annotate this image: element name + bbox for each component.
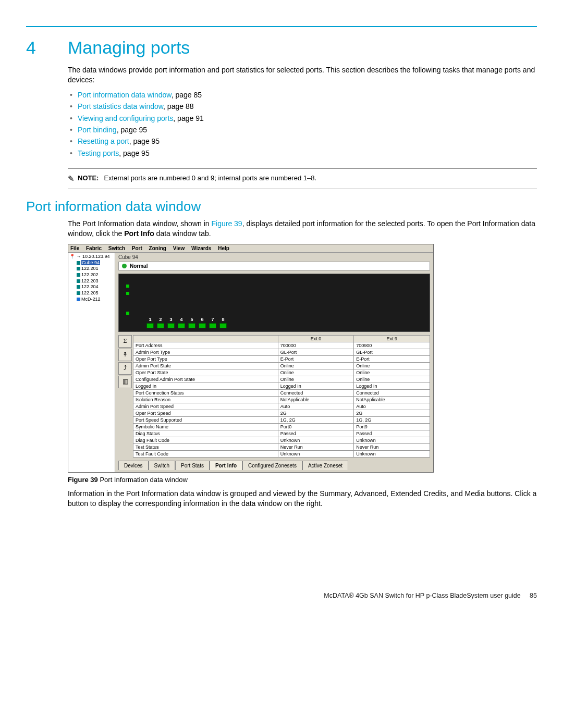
table-cell: Isolation Reason: [133, 396, 278, 403]
menu-view[interactable]: View: [173, 245, 185, 251]
led-icon: [157, 323, 164, 328]
top-rule: [26, 26, 537, 27]
toc-link[interactable]: Port binding: [78, 126, 117, 134]
menu-fabric[interactable]: Fabric: [86, 245, 102, 251]
tree-item[interactable]: Cube 94: [69, 260, 114, 266]
tab-port-stats[interactable]: Port Stats: [175, 461, 210, 470]
tree-item[interactable]: 122.202: [69, 272, 114, 278]
status-dot-icon: [122, 264, 127, 268]
after-figure-text: Information in the Port Information data…: [68, 489, 537, 509]
figure-text: Port Information data window: [98, 476, 188, 484]
toc-suffix: , page 88: [163, 102, 193, 110]
table-row: Isolation ReasonNotApplicableNotApplicab…: [133, 396, 430, 403]
led-icon: [126, 312, 129, 315]
toc-suffix: , page 95: [119, 149, 149, 157]
figure-label: Figure 39: [68, 476, 98, 484]
table-row: Test StatusNever RunNever Run: [133, 443, 430, 450]
note-icon: ✎: [68, 174, 75, 183]
led-icon: [167, 323, 175, 328]
toc-list: Port information data window, page 85 Po…: [68, 89, 537, 159]
table-cell: Port0: [278, 423, 354, 430]
note-rule-bottom: [68, 189, 537, 189]
menu-zoning[interactable]: Zoning: [149, 245, 166, 251]
data-window-tabs: Devices Switch Port Stats Port Info Conf…: [118, 461, 430, 470]
table-row: Diag Fault CodeUnknownUnknown: [133, 437, 430, 443]
tree-item[interactable]: 122.204: [69, 284, 114, 290]
table-cell: Oper Port State: [133, 369, 278, 376]
tab-switch[interactable]: Switch: [149, 461, 175, 470]
led-icon: [209, 323, 216, 328]
toc-suffix: , page 91: [173, 114, 203, 122]
table-cell: Diag Fault Code: [133, 437, 278, 443]
table-row: Admin Port StateOnlineOnline: [133, 362, 430, 369]
table-cell: Online: [278, 362, 354, 369]
table-cell: Port Connection Status: [133, 389, 278, 396]
tree-item[interactable]: 122.203: [69, 278, 114, 285]
status-bar: Normal: [118, 262, 430, 270]
table-row: Configured Admin Port StateOnlineOnline: [133, 376, 430, 382]
led-icon: [199, 323, 206, 328]
table-cell: GL-Port: [354, 349, 430, 355]
toc-item: Port information data window, page 85: [68, 89, 537, 101]
note-row: ✎ NOTE: External ports are numbered 0 an…: [68, 174, 537, 183]
table-cell: Symbolic Name: [133, 423, 278, 430]
tab-configured-zonesets[interactable]: Configured Zonesets: [242, 461, 302, 470]
figure-link[interactable]: Figure 39: [211, 219, 242, 228]
table-cell: Logged In: [278, 382, 354, 389]
tree-item[interactable]: 122.205: [69, 290, 114, 297]
table-cell: 2G: [354, 410, 430, 416]
table-cell: Test Fault Code: [133, 450, 278, 457]
led-icon: [126, 285, 129, 288]
summary-button[interactable]: Σ: [118, 335, 132, 348]
table-cell: 1G, 2G: [354, 416, 430, 423]
extended-credits-button[interactable]: ⤴: [118, 362, 132, 375]
toc-item: Testing ports, page 95: [68, 147, 537, 159]
table-cell: 2G: [278, 410, 354, 416]
tree-root[interactable]: 📍 → 10.20.123.94: [69, 254, 114, 260]
tree-item[interactable]: 122.201: [69, 266, 114, 272]
figure-caption: Figure 39 Port Information data window: [68, 476, 537, 484]
menu-help[interactable]: Help: [218, 245, 229, 251]
table-cell: Oper Port Speed: [133, 410, 278, 416]
device-tree: 📍 → 10.20.123.94 Cube 94 122.201 122.202…: [68, 253, 115, 472]
menu-file[interactable]: File: [70, 245, 79, 251]
menu-port[interactable]: Port: [132, 245, 142, 251]
table-cell: Never Run: [278, 443, 354, 450]
toc-link[interactable]: Resetting a port: [78, 137, 129, 145]
table-cell: Test Status: [133, 443, 278, 450]
tab-devices[interactable]: Devices: [118, 461, 149, 470]
col-ext0: Ext:0: [278, 335, 354, 342]
tab-port-info[interactable]: Port Info: [210, 461, 242, 470]
chapter-heading: 4 Managing ports: [26, 38, 537, 58]
toc-link[interactable]: Port information data window: [78, 91, 172, 99]
section-para: The Port Information data window, shown …: [68, 219, 537, 239]
table-cell: Connected: [354, 389, 430, 396]
tab-active-zoneset[interactable]: Active Zoneset: [302, 461, 348, 470]
table-cell: Unknown: [278, 450, 354, 457]
toc-link[interactable]: Testing ports: [78, 149, 119, 157]
menu-wizards[interactable]: Wizards: [191, 245, 211, 251]
view-buttons: Σ ↟ ⤴ ▥: [118, 335, 133, 458]
table-cell: Online: [354, 369, 430, 376]
note-label: NOTE:: [78, 174, 99, 182]
advanced-button[interactable]: ↟: [118, 349, 132, 361]
col-ext9: Ext:9: [354, 335, 430, 342]
media-button[interactable]: ▥: [118, 376, 132, 388]
table-row: Diag StatusPassedPassed: [133, 430, 430, 437]
table-header-row: Ext:0 Ext:9: [133, 335, 430, 342]
table-cell: Configured Admin Port State: [133, 376, 278, 382]
device-label: Cube 94: [115, 253, 433, 262]
toc-link[interactable]: Viewing and configuring ports: [78, 114, 173, 122]
menu-switch[interactable]: Switch: [108, 245, 125, 251]
text: The Port Information data window, shown …: [68, 219, 211, 228]
toc-link[interactable]: Port statistics data window: [78, 102, 163, 110]
table-cell: Logged In: [133, 382, 278, 389]
table-cell: Unknown: [354, 437, 430, 443]
chapter-title: Managing ports: [68, 38, 190, 58]
footer-book: McDATA® 4Gb SAN Switch for HP p-Class Bl…: [324, 592, 520, 599]
footer-page: 85: [530, 592, 537, 599]
table-cell: Connected: [278, 389, 354, 396]
bold-text: Port Info: [124, 229, 154, 238]
table-cell: Admin Port Speed: [133, 403, 278, 410]
tree-item[interactable]: McD-212: [69, 297, 114, 303]
